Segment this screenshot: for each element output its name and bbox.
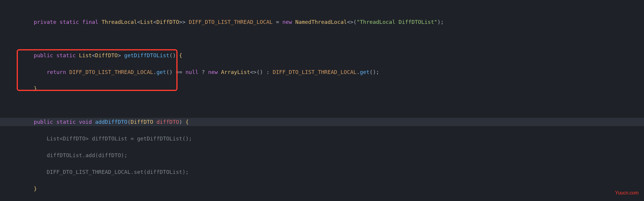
code-line: } xyxy=(0,185,644,193)
code-line: private static final ThreadLocal<List<Di… xyxy=(0,18,644,26)
code-line: diffDTOList.add(diffDTO); xyxy=(0,151,644,160)
code-line: } xyxy=(0,84,644,93)
code-line xyxy=(0,101,644,109)
code-line: DIFF_DTO_LIST_THREAD_LOCAL.set(diffDTOLi… xyxy=(0,168,644,176)
code-editor[interactable]: private static final ThreadLocal<List<Di… xyxy=(0,0,644,201)
code-line xyxy=(0,35,644,43)
code-line: List<DiffDTO> diffDTOList = getDiffDTOLi… xyxy=(0,134,644,143)
code-line: return DIFF_DTO_LIST_THREAD_LOCAL.get() … xyxy=(0,68,644,76)
code-line: public static List<DiffDTO> getDiffDTOLi… xyxy=(0,51,644,60)
watermark-text: Yuucn.com xyxy=(615,189,639,197)
code-line-highlighted: public static void addDiffDTO(DiffDTO di… xyxy=(0,118,644,126)
